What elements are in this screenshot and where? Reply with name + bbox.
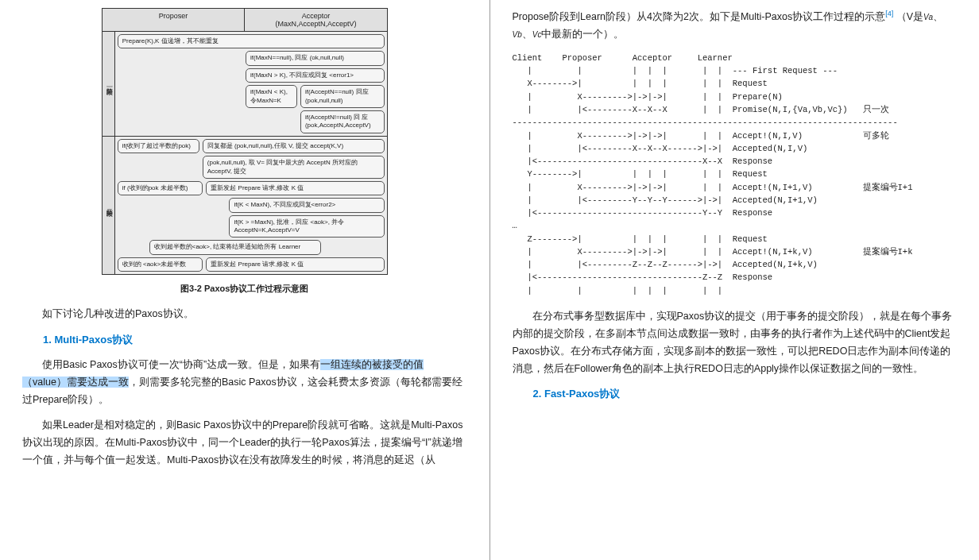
left-p1a: 使用Basic Paxos协议可使一次“协商”达成一致。但是，如果有 — [42, 359, 320, 370]
vb: Vb — [513, 30, 522, 39]
right-p1d: 、 — [522, 29, 532, 40]
phase-1-content: Prepare(K),K 值递增，其不能重复 if(MaxN==null), 回… — [115, 32, 387, 136]
box-p2g-right: 重新发起 Prepare 请求,修改 K 值 — [206, 257, 384, 272]
left-p2: 如果Leader是相对稳定的，则Basic Paxos协议中的Prepare阶段… — [22, 417, 467, 469]
page-left: Proposer Acceptor (MaxN,AcceptN,AcceptV)… — [0, 0, 489, 560]
box-p1b: if(MaxN > K), 不回应或回复 <error1> — [246, 68, 385, 83]
diagram-caption: 图3-2 Paxos协议工作过程示意图 — [22, 283, 467, 295]
right-p2: 在分布式事务型数据库中，实现Paxos协议的提交（用于事务的提交阶段），就是在每… — [513, 308, 958, 378]
right-p1: Propose阶段到Learn阶段）从4次降为2次。如下是Multi-Paxos… — [513, 8, 958, 44]
multi-paxos-sequence: Client Proposer Acceptor Learner | | | |… — [513, 52, 958, 297]
box-p2d: if(K < MaxN), 不回应或回复<error2> — [229, 198, 384, 212]
phase-1: 第一阶段 Prepare(K),K 值递增，其不能重复 if(MaxN==nul… — [103, 32, 387, 137]
box-p2c-right: 重新发起 Prepare 请求,修改 K 值 — [206, 181, 384, 195]
box-prepare: Prepare(K),K 值递增，其不能重复 — [118, 34, 385, 48]
box-p2f: 收到超半数的<aok>, 结束将结果通知给所有 Learner — [149, 240, 321, 254]
diagram-header: Proposer Acceptor (MaxN,AcceptN,AcceptV) — [103, 9, 387, 32]
right-p1e: 中最新的一个）。 — [541, 29, 624, 40]
right-p1c: 、 — [933, 11, 943, 22]
box-p2a-right: 回复都是 (pok,null,null),任取 V, 提交 accept(K,V… — [203, 139, 385, 153]
box-p1a: if(MaxN==null), 回应 (ok,null,null) — [246, 51, 385, 65]
heading-fast-paxos: 2. Fast-Paxos协议 — [533, 387, 958, 401]
paxos-diagram: Proposer Acceptor (MaxN,AcceptN,AcceptV)… — [102, 8, 388, 275]
right-p1b: （V是 — [896, 11, 923, 22]
vc: Vc — [532, 30, 542, 39]
footnote-ref[interactable]: [4] — [885, 10, 893, 17]
va: Va — [923, 13, 933, 21]
box-p1c-right: if(AcceptN==null) 回应 (pok,null,null) — [300, 85, 385, 108]
phase-1-label: 第一阶段 — [103, 32, 115, 136]
header-proposer: Proposer — [103, 9, 246, 31]
heading-multi-paxos: 1. Multi-Paxos协议 — [43, 333, 467, 347]
box-p1d: if(AcceptN!=null) 回 应(pok,AcceptN,Accept… — [300, 110, 385, 133]
box-p2c-left: if (收到的pok 未超半数) — [118, 181, 203, 195]
box-p1c-left: if(MaxN < K), 令MaxN=K — [246, 85, 297, 108]
right-p1a: Propose阶段到Learn阶段）从4次降为2次。如下是Multi-Paxos… — [513, 11, 886, 22]
phase-2-label: 第二阶段 — [103, 137, 115, 275]
box-p2e: if(K > =MaxN), 批准，回应 <aok>, 并令AcceptN=K,… — [229, 215, 384, 238]
phase-2: 第二阶段 if(收到了超过半数的pok) 回复都是 (pok,null,null… — [103, 137, 387, 275]
left-intro: 如下讨论几种改进的Paxos协议。 — [22, 306, 467, 323]
phase-2-content: if(收到了超过半数的pok) 回复都是 (pok,null,null),任取 … — [115, 137, 387, 275]
box-p2g-left: 收到的 <aok>未超半数 — [118, 257, 203, 272]
left-p1: 使用Basic Paxos协议可使一次“协商”达成一致。但是，如果有一组连续的被… — [22, 357, 467, 409]
header-acceptor: Acceptor (MaxN,AcceptN,AcceptV) — [245, 9, 387, 31]
box-p2b: (pok,null,null), 取 V= 回复中最大的 AcceptN 所对应… — [203, 156, 385, 179]
box-p2a-left: if(收到了超过半数的pok) — [118, 139, 199, 153]
page-right: Propose阶段到Learn阶段）从4次降为2次。如下是Multi-Paxos… — [490, 0, 980, 560]
